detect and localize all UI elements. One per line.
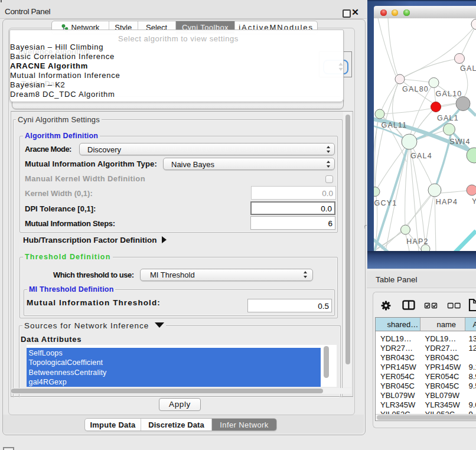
svg-text:YJL: YJL [472,197,476,206]
svg-text:HAP4: HAP4 [436,198,458,206]
svg-text:GAL80: GAL80 [402,85,429,93]
svg-text:GAL4: GAL4 [410,152,432,160]
svg-text:GAL10: GAL10 [436,90,462,98]
svg-text:SWI4: SWI4 [449,138,470,146]
svg-text:GCY1: GCY1 [374,199,397,207]
svg-text:GAL2: GAL2 [460,64,476,73]
svg-text:HAP2: HAP2 [406,237,428,246]
svg-text:GAL1: GAL1 [437,114,459,122]
svg-text:GAL11: GAL11 [382,121,407,129]
